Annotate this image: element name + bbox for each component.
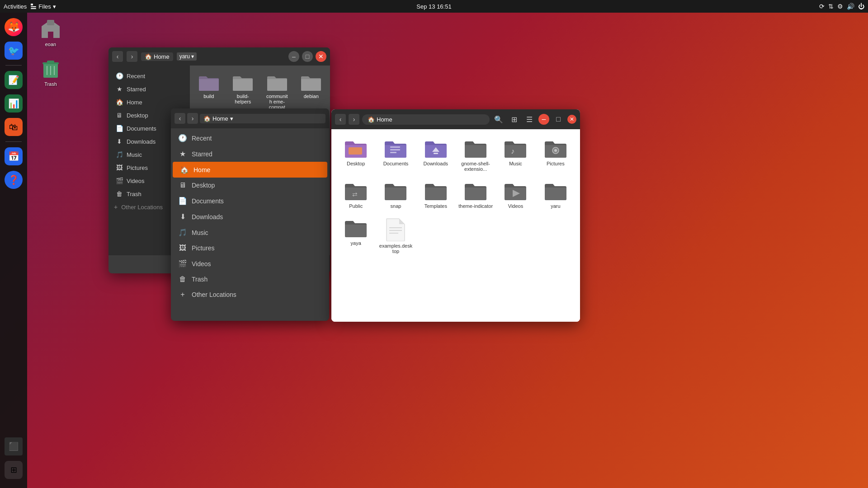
fm3-folder-gnome-shell-ext[interactable]: gnome-shell-extensio... [457, 135, 495, 175]
fm3-folder-videos[interactable]: Videos [496, 177, 534, 212]
fm1-documents-label: Documents [127, 125, 156, 132]
fm2-breadcrumb-arrow: ▾ [230, 115, 233, 122]
fm2-recent[interactable]: 🕐 Recent [171, 130, 329, 146]
fm3-examples-desktop-label: examples.desktop [378, 243, 413, 254]
fm1-sidebar-recent[interactable]: 🕐 Recent [110, 70, 188, 82]
fm3-folder-theme-indicator[interactable]: theme-indicator [457, 177, 495, 212]
fm1-close-button[interactable]: ✕ [316, 51, 326, 62]
fm3-maximize-button[interactable]: □ [552, 113, 565, 126]
dock-item-thunderbird[interactable]: 🐦 [2, 40, 25, 61]
volume-icon[interactable]: 🔊 [847, 3, 854, 10]
topbar: Activities Files ▾ Sep 13 16:51 ⟳ ⇅ ⚙ 🔊 … [0, 0, 868, 13]
power-icon[interactable]: ⏻ [858, 3, 864, 10]
dock-item-ubuntu-software[interactable]: 🛍 [2, 116, 25, 138]
fm2-videos[interactable]: 🎬 Videos [171, 256, 329, 272]
fm2-other-locations[interactable]: + Other Locations [171, 287, 329, 302]
fm2-desktop[interactable]: 🖥 Desktop [171, 178, 329, 193]
fm1-forward-button[interactable]: › [127, 51, 137, 62]
fm2-starred[interactable]: ★ Starred [171, 146, 329, 162]
fm3-folder-documents[interactable]: Documents [377, 135, 415, 175]
fm3-folder-public[interactable]: ⇄ Public [337, 177, 375, 212]
fm3-snap-folder-icon [384, 181, 407, 202]
dock-item-terminal[interactable]: ⬛ [2, 436, 25, 457]
desktop-icon-trash[interactable]: Trash [36, 54, 65, 90]
fm2-desktop-icon: 🖥 [178, 181, 187, 189]
fm3-folder-yaru[interactable]: yaru [537, 177, 575, 212]
videos-icon: 🎬 [116, 177, 123, 184]
dock-item-writer[interactable]: 📝 [2, 69, 25, 91]
trash-icon [40, 58, 61, 80]
fm3-minimize-button[interactable]: – [538, 114, 549, 125]
fm3-yaya-label: yaya [351, 240, 361, 246]
settings-icon[interactable]: ⚙ [837, 3, 843, 10]
fm3-back-button[interactable]: ‹ [335, 114, 346, 125]
fm3-folder-yaya[interactable]: yaya [337, 214, 375, 258]
svg-rect-0 [31, 4, 33, 5]
fm3-folder-desktop[interactable]: Desktop [337, 135, 375, 175]
folder-build[interactable]: build [193, 69, 224, 113]
fm2-starred-icon: ★ [178, 150, 187, 158]
app-grid-icon: ⊞ [5, 461, 23, 479]
fm2-home-label: Home [193, 166, 210, 174]
network-icon[interactable]: ⇅ [828, 3, 834, 10]
fm1-home-icon: 🏠 [145, 53, 152, 60]
fm2-downloads[interactable]: ⬇ Downloads [171, 209, 329, 225]
file-manager-window-3: ‹ › 🏠 Home 🔍 ⊞ ☰ – □ ✕ Desktop [331, 109, 580, 322]
refresh-icon[interactable]: ⟳ [819, 3, 825, 10]
dock-item-app-grid[interactable]: ⊞ [2, 459, 25, 481]
fm2-music[interactable]: 🎵 Music [171, 225, 329, 240]
fm2-pictures[interactable]: 🖼 Pictures [171, 240, 329, 256]
fm3-pictures-folder-icon [544, 138, 567, 159]
fm2-home[interactable]: 🏠 Home [173, 162, 327, 178]
fm3-templates-folder-icon [424, 181, 448, 202]
fm1-sidebar-home[interactable]: 🏠 Home [110, 96, 188, 108]
fm3-search-button[interactable]: 🔍 [492, 113, 505, 126]
folder-debian[interactable]: debian [296, 69, 327, 113]
fm3-grid: Desktop Documents [337, 135, 575, 258]
fm3-downloads-label: Downloads [424, 161, 448, 166]
help-icon: ❓ [5, 171, 23, 189]
fm1-path-extra[interactable]: yaru ▾ [177, 52, 197, 61]
fm3-view-list-button[interactable]: ☰ [523, 113, 536, 126]
fm1-window-controls: – □ ✕ [288, 51, 326, 62]
fm3-controls: 🔍 ⊞ ☰ – □ ✕ [492, 113, 576, 126]
dock-item-calc[interactable]: 📊 [2, 93, 25, 114]
files-menu[interactable]: Files ▾ [30, 3, 56, 10]
fm3-titlebar: ‹ › 🏠 Home 🔍 ⊞ ☰ – □ ✕ [331, 109, 580, 129]
folder-debian-label: debian [304, 94, 319, 99]
folder-community[interactable]: communith eme- compat [262, 69, 292, 113]
fm3-folder-downloads[interactable]: Downloads [417, 135, 455, 175]
ubuntu-software-icon: 🛍 [5, 118, 23, 136]
fm3-folder-music[interactable]: ♪ Music [496, 135, 534, 175]
fm1-minimize-button[interactable]: – [288, 51, 299, 62]
fm3-documents-folder-icon [384, 138, 407, 159]
fm3-file-examples-desktop[interactable]: examples.desktop [377, 214, 415, 258]
fm2-back-button[interactable]: ‹ [175, 113, 185, 124]
activities-button[interactable]: Activities [4, 3, 27, 10]
fm3-folder-pictures[interactable]: Pictures [537, 135, 575, 175]
fm3-view-grid-button[interactable]: ⊞ [508, 113, 520, 126]
fm3-close-button[interactable]: ✕ [567, 115, 576, 124]
fm3-breadcrumb-label: Home [377, 116, 392, 123]
fm2-forward-button[interactable]: › [187, 113, 198, 124]
fm3-folder-templates[interactable]: Templates [417, 177, 455, 212]
fm2-documents-label: Documents [192, 197, 224, 205]
fm2-downloads-icon: ⬇ [178, 212, 187, 221]
desktop-icon-eoan[interactable]: eoan [36, 14, 65, 51]
fm3-desktop-label: Desktop [347, 161, 365, 166]
fm1-maximize-button[interactable]: □ [302, 51, 313, 62]
fm3-forward-button[interactable]: › [349, 114, 359, 125]
fm3-folder-snap[interactable]: snap [377, 177, 415, 212]
fm2-documents[interactable]: 📄 Documents [171, 193, 329, 209]
fm2-trash[interactable]: 🗑 Trash [171, 272, 329, 287]
files-menu-arrow: ▾ [53, 3, 56, 10]
fm1-sidebar-starred[interactable]: ★ Starred [110, 83, 188, 95]
fm1-back-button[interactable]: ‹ [112, 51, 123, 62]
folder-build-icon [198, 73, 220, 92]
dock-item-firefox[interactable]: 🦊 [2, 16, 25, 38]
fm3-breadcrumb: 🏠 Home [362, 114, 490, 125]
folder-build-helpers[interactable]: build-helpers [228, 69, 259, 113]
fm3-public-folder-icon: ⇄ [344, 181, 368, 202]
dock-item-calendar[interactable]: 📅 [2, 145, 25, 167]
dock-item-help[interactable]: ❓ [2, 169, 25, 191]
